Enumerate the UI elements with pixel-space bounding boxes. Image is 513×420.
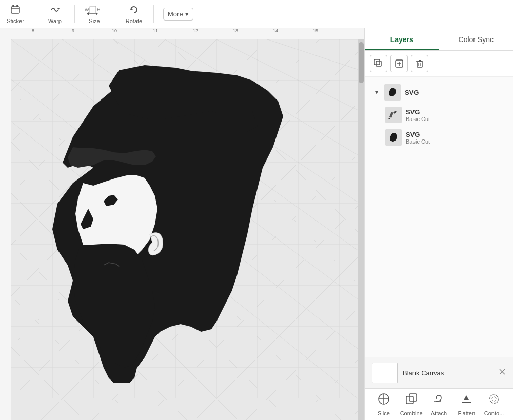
sep3 [114,5,114,23]
sub-layer-subtext-1: Basic Cut [406,116,508,122]
combine-tool-button[interactable]: Combine [399,392,424,416]
canvas-with-rulers: 8 9 10 11 12 13 14 15 [0,28,364,420]
main-toolbar: Sticker Warp W H Size [0,0,513,28]
sub-layer-name-1: SVG [406,108,508,116]
slice-label: Slice [378,410,390,416]
sub-layer-name-2: SVG [406,131,508,138]
svg-text:H: H [97,7,101,12]
svg-rect-72 [417,62,422,67]
ruler-horizontal: 8 9 10 11 12 13 14 15 [0,28,364,39]
contour-icon [487,392,501,409]
more-label: More [168,10,183,18]
combine-icon [405,392,418,409]
canvas-figure[interactable] [42,65,309,401]
svg-rect-3 [16,5,18,7]
flatten-label: Flatten [458,410,475,416]
rotate-icon [128,4,140,18]
svg-rect-0 [11,7,19,13]
layers-list: ▾ SVG [365,77,513,357]
layer-name-svg-group: SVG [405,89,508,96]
vertical-scrollbar[interactable] [358,39,364,420]
tab-color-sync[interactable]: Color Sync [439,28,514,50]
sub-layer-thumb-icon-2 [386,130,401,145]
panel-tabs: Layers Color Sync [365,28,513,51]
close-icon [499,368,506,375]
blank-canvas-thumb [372,363,398,383]
attach-tool-button[interactable]: Attach [426,392,451,416]
sub-layer-thumb-1 [385,107,402,123]
svg-text:W: W [85,7,89,12]
sub-layer-row-1[interactable]: SVG Basic Cut [365,104,513,126]
duplicate-layer-button[interactable] [370,55,387,72]
duplicate-icon [374,59,383,68]
tab-layers[interactable]: Layers [365,28,439,50]
layer-thumb-svg-group [384,84,401,101]
right-panel: Layers Color Sync [364,28,513,420]
sep4 [153,5,154,23]
main-area: 8 9 10 11 12 13 14 15 [0,28,513,420]
trash-icon [415,59,424,68]
svg-rect-2 [12,5,14,7]
svg-marker-12 [131,8,133,10]
layer-thumb-icon-group [385,85,400,99]
flatten-tool-button[interactable]: Flatten [454,392,479,416]
svg-marker-11 [96,12,98,15]
contour-label: Conto... [484,410,504,416]
panel-toolbar [365,51,513,77]
flatten-icon [460,392,473,409]
size-tool[interactable]: W H Size [84,4,105,24]
slice-tool-button[interactable]: Slice [371,392,396,416]
attach-label: Attach [431,410,447,416]
expand-icon: ▾ [373,89,380,96]
svg-rect-82 [406,396,413,404]
canvas-body [0,39,364,420]
blank-canvas-section[interactable]: Blank Canvas [365,357,513,388]
panel-bottom-toolbar: Slice Combine Attach [365,388,513,420]
sub-layer-info-1: SVG Basic Cut [406,108,508,122]
ruler-vertical [0,39,11,420]
more-chevron-icon: ▾ [185,10,189,18]
sub-layer-subtext-2: Basic Cut [406,138,508,145]
layer-info-svg-group: SVG [405,89,508,96]
layer-row-svg-group[interactable]: ▾ SVG [365,81,513,104]
svg-rect-68 [374,59,380,65]
slice-icon [377,392,390,409]
sep1 [35,5,35,23]
sub-layer-info-2: SVG Basic Cut [406,131,508,145]
canvas-content[interactable] [11,39,358,420]
warp-tool[interactable]: Warp [45,4,65,24]
rotate-tool[interactable]: Rotate [124,4,144,24]
selection-handle [42,373,350,373]
svg-marker-86 [464,395,469,400]
size-icon: W H [85,4,104,18]
sep2 [74,5,75,23]
more-button[interactable]: More ▾ [163,8,193,21]
size-label: Size [89,18,100,24]
svg-rect-67 [376,61,381,66]
svg-rect-83 [409,394,417,401]
rotate-label: Rotate [126,18,142,24]
blank-canvas-label: Blank Canvas [403,369,444,377]
svg-rect-6 [90,6,96,13]
sticker-label: Sticker [7,18,24,24]
blank-canvas-close[interactable] [499,368,506,377]
sticker-tool[interactable]: Sticker [5,4,26,24]
sticker-icon [10,4,21,18]
contour-tool-button[interactable]: Conto... [482,392,506,416]
add-layer-button[interactable] [390,55,408,72]
delete-layer-button[interactable] [411,55,428,72]
attach-icon [432,392,445,409]
canvas-area[interactable]: 8 9 10 11 12 13 14 15 [0,28,364,420]
svg-marker-4 [57,8,60,10]
combine-label: Combine [400,410,423,416]
scrollbar-thumb[interactable] [359,42,364,83]
add-icon [394,59,404,68]
sub-layer-thumb-2 [385,129,402,146]
warp-label: Warp [48,18,62,24]
layer-group-svg: ▾ SVG [365,81,513,149]
warp-icon [49,4,61,18]
svg-marker-10 [87,12,89,15]
selection-handle-v [309,70,309,378]
ruler-ticks: 8 9 10 11 12 13 14 15 [11,28,364,39]
sub-layer-row-2[interactable]: SVG Basic Cut [365,126,513,149]
